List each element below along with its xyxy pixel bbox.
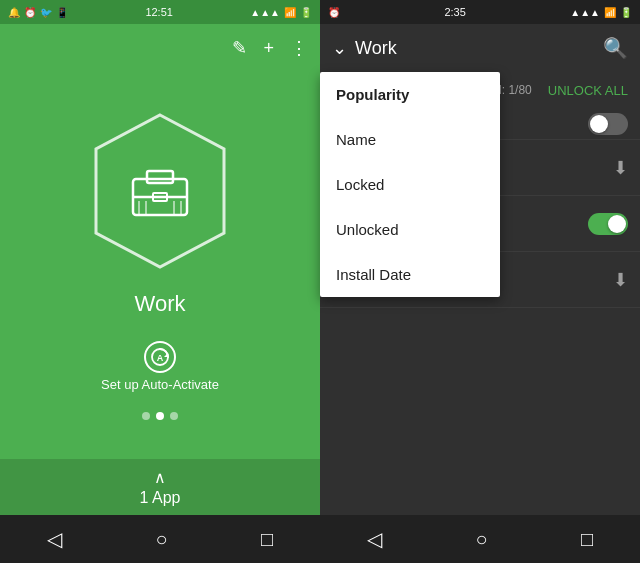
sort-dropdown[interactable]: Popularity Name Locked Unlocked Install … (320, 72, 500, 297)
home-button-left[interactable]: ○ (155, 528, 167, 551)
unlock-all-button[interactable]: UNLOCK ALL (548, 83, 628, 98)
edit-icon[interactable]: ✎ (232, 37, 247, 59)
add-icon[interactable]: + (263, 38, 274, 59)
dot-3 (170, 412, 178, 420)
sort-locked[interactable]: Locked (320, 162, 500, 207)
toggle-messaging[interactable] (588, 113, 628, 135)
time-left: 12:51 (145, 6, 173, 18)
right-panel: ⏰ 2:35 ▲▲▲ 📶 🔋 ⌄ Work 🔍 Apps Locked: 1/8… (320, 0, 640, 563)
back-button-right[interactable]: ◁ (367, 527, 382, 551)
sort-popularity[interactable]: Popularity (320, 72, 500, 117)
status-icons-left: 🔔 ⏰ 🐦 📱 (8, 7, 68, 18)
top-bar-left: ✎ + ⋮ (0, 24, 320, 72)
bottom-bar-left[interactable]: ∧ 1 App (0, 459, 320, 515)
page-dots (142, 412, 178, 420)
auto-activate-section[interactable]: A Set up Auto-Activate (101, 341, 219, 392)
download-icon-battery: ⬇ (613, 157, 628, 179)
twitter-icon: 🐦 (40, 7, 52, 18)
svg-rect-2 (147, 171, 173, 183)
recent-button-left[interactable]: □ (261, 528, 273, 551)
alarm-icon: ⏰ (24, 7, 36, 18)
home-button-right[interactable]: ○ (475, 528, 487, 551)
search-icon[interactable]: 🔍 (603, 36, 628, 60)
sort-install-date[interactable]: Install Date (320, 252, 500, 297)
status-bar-right: ⏰ 2:35 ▲▲▲ 📶 🔋 (320, 0, 640, 24)
signal-icon: ▲▲▲ (250, 7, 280, 18)
profile-name: Work (135, 291, 186, 317)
panel-title: Work (355, 38, 595, 59)
wifi-icon: 📶 (284, 7, 296, 18)
profile-hexagon (90, 111, 230, 271)
chevron-down-icon[interactable]: ⌄ (332, 37, 347, 59)
toggle-thumb (608, 215, 626, 233)
toggle-facebook[interactable] (588, 213, 628, 235)
more-options-icon[interactable]: ⋮ (290, 37, 308, 59)
time-right: 2:35 (444, 6, 465, 18)
signal-icon-right: ▲▲▲ (570, 7, 600, 18)
briefcase-icon (125, 161, 195, 221)
notification-icon: 🔔 (8, 7, 20, 18)
dot-2 (156, 412, 164, 420)
status-icons-right: ⏰ (328, 7, 340, 18)
left-panel: 🔔 ⏰ 🐦 📱 12:51 ▲▲▲ 📶 🔋 ✎ + ⋮ (0, 0, 320, 563)
phone-icon: 📱 (56, 7, 68, 18)
back-button-left[interactable]: ◁ (47, 527, 62, 551)
nav-bar-right: ◁ ○ □ (320, 515, 640, 563)
right-icons-right: ▲▲▲ 📶 🔋 (570, 7, 632, 18)
auto-activate-icon: A (144, 341, 176, 373)
svg-marker-11 (164, 353, 168, 357)
recent-button-right[interactable]: □ (581, 528, 593, 551)
app-count-label: 1 App (140, 489, 181, 507)
sort-unlocked[interactable]: Unlocked (320, 207, 500, 252)
top-bar-right: ⌄ Work 🔍 (320, 24, 640, 72)
battery-icon-right: 🔋 (620, 7, 632, 18)
svg-text:A: A (157, 353, 164, 363)
dot-1 (142, 412, 150, 420)
toggle-thumb (590, 115, 608, 133)
status-bar-left: 🔔 ⏰ 🐦 📱 12:51 ▲▲▲ 📶 🔋 (0, 0, 320, 24)
chevron-up-icon: ∧ (154, 468, 166, 487)
alarm-icon-right: ⏰ (328, 7, 340, 18)
nav-bar-left: ◁ ○ □ (0, 515, 320, 563)
right-icons-left: ▲▲▲ 📶 🔋 (250, 7, 312, 18)
auto-activate-label: Set up Auto-Activate (101, 377, 219, 392)
wifi-icon-right: 📶 (604, 7, 616, 18)
battery-status-icon: 🔋 (300, 7, 312, 18)
sort-name[interactable]: Name (320, 117, 500, 162)
download-icon-cleaner: ⬇ (613, 269, 628, 291)
main-content-left: Work A Set up Auto-Activate (0, 72, 320, 459)
